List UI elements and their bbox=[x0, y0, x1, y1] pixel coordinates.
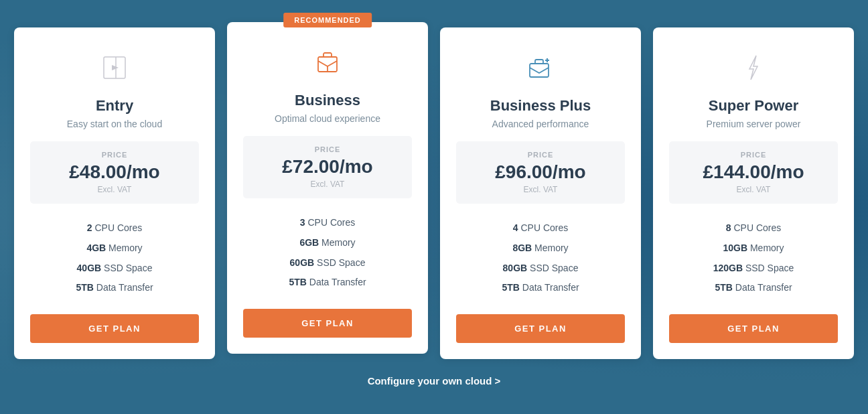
feature-item: 60GB SSD Space bbox=[243, 253, 412, 273]
plan-tagline-business: Optimal cloud experience bbox=[275, 113, 380, 124]
get-plan-button-super-power[interactable]: GET PLAN bbox=[669, 314, 838, 343]
feature-item: 5TB Data Transfer bbox=[669, 278, 838, 298]
price-label: PRICE bbox=[250, 145, 405, 153]
feature-item: 5TB Data Transfer bbox=[456, 278, 625, 298]
price-excl: Excl. VAT bbox=[37, 185, 192, 194]
feature-item: 80GB SSD Space bbox=[456, 259, 625, 279]
feature-item: 4 CPU Cores bbox=[456, 218, 625, 238]
configure-link[interactable]: Configure your own cloud > bbox=[368, 375, 501, 387]
price-box-business-plus: PRICE £96.00/mo Excl. VAT bbox=[456, 141, 625, 204]
plan-card-entry: Entry Easy start on the cloud PRICE £48.… bbox=[14, 27, 215, 358]
features-list-business: 3 CPU Cores6GB Memory60GB SSD Space5TB D… bbox=[243, 213, 412, 292]
plans-container: Entry Easy start on the cloud PRICE £48.… bbox=[13, 27, 855, 358]
plan-tagline-entry: Easy start on the cloud bbox=[67, 119, 162, 129]
feature-item: 2 CPU Cores bbox=[30, 218, 199, 238]
price-box-entry: PRICE £48.00/mo Excl. VAT bbox=[30, 141, 199, 204]
plan-card-business-plus: Business Plus Advanced performance PRICE… bbox=[440, 27, 641, 358]
plan-tagline-business-plus: Advanced performance bbox=[492, 119, 589, 129]
features-list-super-power: 8 CPU Cores10GB Memory120GB SSD Space5TB… bbox=[669, 218, 838, 297]
plan-tagline-super-power: Premium server power bbox=[707, 119, 801, 129]
feature-item: 10GB Memory bbox=[669, 238, 838, 259]
plan-name-business-plus: Business Plus bbox=[490, 97, 591, 115]
price-box-business: PRICE £72.00/mo Excl. VAT bbox=[243, 136, 412, 198]
plan-name-business: Business bbox=[295, 92, 360, 109]
price-amount-super-power: £144.00/mo bbox=[676, 161, 831, 183]
business-icon bbox=[307, 42, 348, 82]
feature-item: 5TB Data Transfer bbox=[30, 278, 199, 298]
price-label: PRICE bbox=[676, 151, 831, 159]
plan-name-entry: Entry bbox=[96, 97, 133, 115]
plan-card-business: RECOMMENDED Business Optimal cloud exper… bbox=[227, 22, 428, 353]
plan-name-super-power: Super Power bbox=[709, 97, 798, 115]
get-plan-button-entry[interactable]: GET PLAN bbox=[30, 314, 199, 343]
feature-item: 3 CPU Cores bbox=[243, 213, 412, 233]
plan-card-super-power: Super Power Premium server power PRICE £… bbox=[653, 27, 854, 358]
price-excl: Excl. VAT bbox=[250, 180, 405, 189]
features-list-business-plus: 4 CPU Cores8GB Memory80GB SSD Space5TB D… bbox=[456, 218, 625, 297]
entry-icon bbox=[94, 48, 135, 88]
get-plan-button-business-plus[interactable]: GET PLAN bbox=[456, 314, 625, 343]
feature-item: 8 CPU Cores bbox=[669, 218, 838, 238]
super-power-icon bbox=[733, 48, 774, 88]
price-amount-business: £72.00/mo bbox=[250, 156, 405, 178]
feature-item: 120GB SSD Space bbox=[669, 259, 838, 279]
price-box-super-power: PRICE £144.00/mo Excl. VAT bbox=[669, 141, 838, 204]
business-plus-icon bbox=[520, 48, 561, 88]
price-excl: Excl. VAT bbox=[463, 185, 618, 194]
feature-item: 5TB Data Transfer bbox=[243, 273, 412, 293]
features-list-entry: 2 CPU Cores4GB Memory40GB SSD Space5TB D… bbox=[30, 218, 199, 297]
feature-item: 6GB Memory bbox=[243, 233, 412, 253]
price-amount-entry: £48.00/mo bbox=[37, 161, 192, 183]
feature-item: 8GB Memory bbox=[456, 238, 625, 259]
price-label: PRICE bbox=[37, 151, 192, 159]
price-label: PRICE bbox=[463, 151, 618, 159]
feature-item: 40GB SSD Space bbox=[30, 259, 199, 279]
svg-marker-7 bbox=[749, 56, 757, 80]
price-amount-business-plus: £96.00/mo bbox=[463, 161, 618, 183]
svg-rect-4 bbox=[530, 64, 549, 77]
get-plan-button-business[interactable]: GET PLAN bbox=[243, 309, 412, 338]
feature-item: 4GB Memory bbox=[30, 238, 199, 259]
recommended-badge: RECOMMENDED bbox=[283, 13, 372, 27]
price-excl: Excl. VAT bbox=[676, 185, 831, 194]
